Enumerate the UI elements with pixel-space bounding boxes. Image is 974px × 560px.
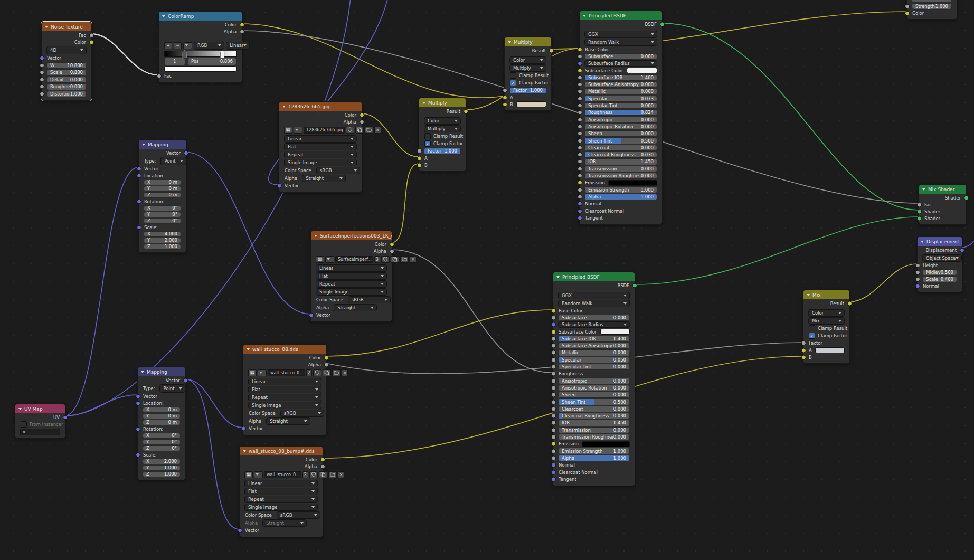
value-slider[interactable]: Y0°	[144, 212, 181, 217]
node-principled-bsdf-1[interactable]: Principled BSDFBSDFGGXRandom WalkBase Co…	[579, 11, 663, 225]
float-socket-input[interactable]	[551, 400, 556, 404]
float-socket-input[interactable]	[551, 455, 556, 460]
checkbox[interactable]	[809, 325, 815, 331]
color-socket-output[interactable]	[847, 301, 852, 306]
value-slider[interactable]: Strength1.000	[912, 3, 952, 10]
value-slider[interactable]: Transmission0.000	[584, 166, 657, 172]
float-socket-input[interactable]	[551, 428, 556, 432]
value-slider[interactable]: Subsurface IOR1.400	[558, 336, 630, 342]
float-socket-input[interactable]	[915, 270, 920, 274]
dropdown[interactable]: Repeat	[316, 280, 387, 288]
fake-user-button[interactable]	[313, 369, 321, 376]
shader-socket-input[interactable]	[917, 209, 922, 214]
collapse-chevron-icon[interactable]	[18, 408, 22, 410]
color-socket-input[interactable]	[417, 163, 422, 167]
float-socket-input[interactable]	[551, 434, 556, 439]
value-slider[interactable]: X0 m	[143, 407, 181, 413]
value-slider[interactable]: Clearcoat0.000	[558, 406, 630, 412]
value-slider[interactable]: Clearcoat0.000	[584, 145, 657, 151]
checkbox[interactable]	[21, 421, 27, 428]
value-slider[interactable]: X0°	[143, 433, 181, 439]
dropdown[interactable]: Straight	[334, 304, 377, 311]
node-mix-shader[interactable]: Mix ShaderShaderFacShaderShader	[919, 184, 967, 225]
node-partial-node-top-right[interactable]: Strength1.000Color	[906, 0, 957, 20]
unlink-icon[interactable]: ×	[342, 369, 348, 376]
node-header[interactable]: wall_stucco_08_bump#.dds	[240, 447, 323, 455]
dropdown[interactable]: Flat	[316, 272, 387, 280]
node-header[interactable]: 1283626_665.jpg	[279, 102, 362, 111]
float-socket-input[interactable]	[801, 341, 806, 346]
collapse-chevron-icon[interactable]	[243, 450, 246, 452]
value-slider[interactable]: Transmission Roughness0.000	[584, 173, 657, 179]
color-socket-input[interactable]	[551, 308, 556, 313]
user-count-badge[interactable]: 2	[306, 369, 312, 376]
value-slider[interactable]: Metallic0.000	[584, 88, 657, 94]
ramp-stop-color-swatch[interactable]	[164, 66, 237, 72]
color-socket-input[interactable]	[503, 95, 507, 100]
color-socket-input[interactable]	[578, 181, 582, 185]
float-socket-input[interactable]	[578, 131, 582, 136]
ramp-options-dropdown[interactable]	[183, 42, 192, 49]
value-slider[interactable]: Alpha1.000	[584, 194, 657, 200]
image-icon[interactable]	[248, 369, 257, 376]
value-slider[interactable]: X4.000	[144, 231, 181, 237]
float-socket-input[interactable]	[917, 202, 922, 207]
collapse-chevron-icon[interactable]	[508, 41, 511, 43]
collapse-chevron-icon[interactable]	[282, 106, 286, 108]
uv-map-selector[interactable]	[20, 429, 60, 435]
value-slider[interactable]: X0°	[144, 205, 181, 211]
node-header[interactable]: Mix	[803, 290, 849, 299]
dropdown[interactable]: Single Image	[244, 504, 318, 511]
vector-socket-output[interactable]	[184, 150, 188, 155]
value-slider[interactable]: X2.000	[143, 459, 181, 464]
value-slider[interactable]: Y0 m	[144, 186, 181, 192]
dropdown[interactable]: Linear	[284, 135, 357, 143]
value-slider[interactable]: Y1.000	[143, 465, 181, 471]
checkbox[interactable]	[424, 133, 431, 139]
value-slider[interactable]: Sheen0.000	[558, 392, 630, 398]
value-slider[interactable]: Detail0.000	[46, 77, 87, 83]
float-socket-input[interactable]	[578, 75, 582, 80]
float-socket-input[interactable]	[578, 159, 582, 164]
color-socket-input[interactable]	[551, 442, 556, 447]
float-socket-input[interactable]	[157, 74, 162, 79]
dropdown[interactable]: Straight	[302, 175, 346, 182]
dropdown[interactable]: GGX	[558, 292, 630, 299]
dropdown[interactable]: sRGB	[280, 410, 325, 417]
vector-socket-input[interactable]	[238, 528, 242, 533]
vector-socket-input[interactable]	[137, 166, 141, 171]
vector-socket-input[interactable]	[136, 394, 140, 398]
color-swatch[interactable]	[516, 101, 546, 107]
dropdown[interactable]: Repeat	[284, 151, 357, 158]
float-socket-input[interactable]	[551, 365, 556, 369]
dropdown[interactable]: Object Space	[922, 254, 962, 262]
active-stop-index-field[interactable]: 1	[164, 58, 185, 65]
dropdown[interactable]: Straight	[262, 519, 307, 527]
dropdown[interactable]: Subsurface Radius	[558, 321, 630, 328]
fake-user-button[interactable]	[309, 471, 318, 478]
value-slider[interactable]: Emission Strength1.000	[584, 186, 657, 193]
dropdown[interactable]: Flat	[248, 386, 321, 393]
value-slider[interactable]: Subsurface0.000	[558, 315, 630, 321]
value-slider[interactable]: IOR1.450	[558, 420, 630, 426]
value-slider[interactable]: Transmission0.000	[558, 427, 630, 433]
node-header[interactable]: Principled BSDF	[580, 11, 662, 20]
node-image-texture-wall-stucco-bump[interactable]: wall_stucco_08_bump#.ddsColorAlphawall_s…	[239, 446, 323, 537]
collapse-chevron-icon[interactable]	[556, 276, 560, 278]
dropdown[interactable]: Linear	[244, 480, 318, 487]
node-mix-color[interactable]: MixResultColorMixClamp Result✓Clamp Fact…	[803, 290, 850, 364]
value-slider[interactable]: Scale0.800	[46, 69, 87, 76]
value-slider[interactable]: Y2.000	[144, 238, 181, 243]
float-socket-input[interactable]	[578, 89, 582, 94]
value-slider[interactable]: Z1.000	[143, 471, 181, 477]
value-slider[interactable]: Z0 m	[143, 420, 181, 425]
color-socket-output[interactable]	[360, 112, 364, 117]
float-socket-input[interactable]	[915, 263, 920, 268]
node-noise-texture[interactable]: Noise TextureFacColor4DVectorW10.800Scal…	[41, 22, 92, 101]
value-slider[interactable]: Z1.000	[144, 244, 181, 250]
image-browse-dropdown[interactable]	[254, 471, 263, 478]
color-socket-output[interactable]	[320, 457, 325, 462]
float-socket-input[interactable]	[578, 138, 582, 143]
value-slider[interactable]: Sheen Tint0.500	[558, 398, 630, 405]
color-socket-output[interactable]	[390, 242, 394, 246]
